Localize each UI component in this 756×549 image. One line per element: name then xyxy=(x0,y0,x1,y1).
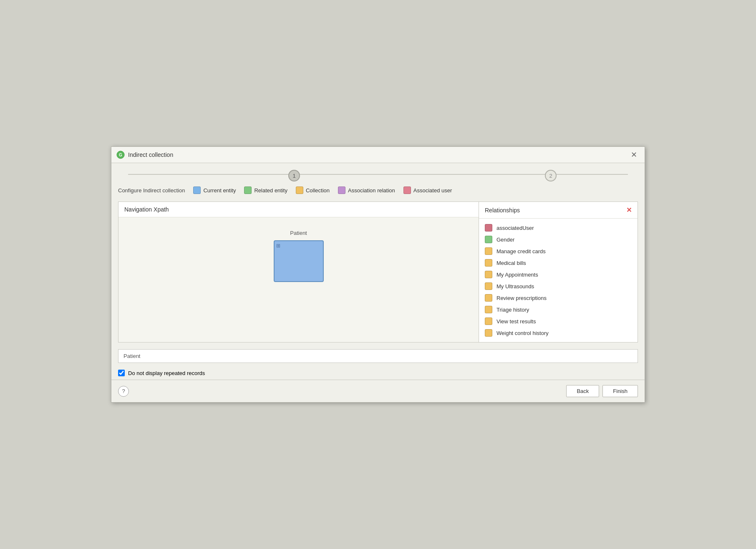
wizard-steps: 1 2 xyxy=(111,163,645,185)
rel-label-ReviewPrescriptions: Review prescriptions xyxy=(496,295,547,301)
dialog-title: Indirect collection xyxy=(128,151,173,158)
current-entity-box xyxy=(193,186,201,194)
rel-dot-MyUltrasounds xyxy=(485,282,492,290)
rel-item-MyAppointments[interactable]: My Appointments xyxy=(479,269,638,280)
app-logo-icon: G xyxy=(116,151,125,159)
legend-association-relation: Association relation xyxy=(338,186,395,194)
legend-collection: Collection xyxy=(296,186,330,194)
rel-item-associatedUser[interactable]: associatedUser xyxy=(479,222,638,234)
legend-associated-user: Associated user xyxy=(403,186,452,194)
rel-item-ManageCreditCards[interactable]: Manage credit cards xyxy=(479,245,638,257)
rel-label-MyAppointments: My Appointments xyxy=(496,272,538,278)
patient-box[interactable]: ⊞ xyxy=(274,240,324,282)
relationships-list[interactable]: associatedUserGenderManage credit cardsM… xyxy=(479,219,638,342)
close-button[interactable]: ✕ xyxy=(628,150,640,159)
main-content: Navigation Xpath Patient ⊞ Relationships… xyxy=(118,201,638,342)
rel-label-associatedUser: associatedUser xyxy=(496,225,534,231)
collection-label: Collection xyxy=(306,187,330,194)
rel-item-MedicalBills[interactable]: Medical bills xyxy=(479,257,638,269)
rel-item-Gender[interactable]: Gender xyxy=(479,234,638,245)
rel-dot-ReviewPrescriptions xyxy=(485,294,492,302)
grid-icon: ⊞ xyxy=(276,243,280,249)
association-label: Association relation xyxy=(348,187,395,194)
back-button[interactable]: Back xyxy=(566,385,599,397)
rel-label-MyUltrasounds: My Ultrasounds xyxy=(496,283,534,290)
step-2-circle: 2 xyxy=(545,170,557,181)
nav-xpath-header: Navigation Xpath xyxy=(118,202,479,217)
rel-dot-TriageHistory xyxy=(485,306,492,313)
rel-label-MedicalBills: Medical bills xyxy=(496,260,526,266)
rel-item-MyUltrasounds[interactable]: My Ultrasounds xyxy=(479,280,638,292)
rel-label-Gender: Gender xyxy=(496,237,514,243)
step-1-circle: 1 xyxy=(288,170,300,181)
legend-row: Configure Indirect collection Current en… xyxy=(111,185,645,198)
rel-dot-MedicalBills xyxy=(485,259,492,267)
no-repeat-checkbox[interactable] xyxy=(118,370,125,376)
footer: ? Back Finish xyxy=(111,380,645,402)
rel-label-ViewTestResults: View test results xyxy=(496,318,536,325)
nav-xpath-panel: Navigation Xpath Patient ⊞ xyxy=(118,202,479,342)
legend-current-entity: Current entity xyxy=(193,186,236,194)
rel-item-ViewTestResults[interactable]: View test results xyxy=(479,315,638,327)
rel-dot-associatedUser xyxy=(485,224,492,232)
indirect-collection-dialog: G Indirect collection ✕ 1 2 Configure In… xyxy=(111,146,645,403)
svg-text:G: G xyxy=(119,153,122,157)
nav-xpath-body: Patient ⊞ xyxy=(118,217,479,342)
configure-label: Configure Indirect collection xyxy=(118,187,185,194)
rel-item-TriageHistory[interactable]: Triage history xyxy=(479,304,638,315)
relationships-header: Relationships ✕ xyxy=(479,202,638,219)
rel-dot-WeightControlHistory xyxy=(485,329,492,337)
rel-dot-ManageCreditCards xyxy=(485,247,492,255)
no-repeat-label: Do not display repeated records xyxy=(128,370,205,376)
rel-dot-MyAppointments xyxy=(485,271,492,278)
related-entity-label: Related entity xyxy=(254,187,287,194)
collection-box xyxy=(296,186,303,194)
xpath-value: Patient xyxy=(123,353,140,359)
rel-label-ManageCreditCards: Manage credit cards xyxy=(496,248,546,254)
rel-dot-Gender xyxy=(485,236,492,243)
help-icon: ? xyxy=(122,388,125,394)
help-button[interactable]: ? xyxy=(118,386,129,397)
footer-buttons: Back Finish xyxy=(566,385,638,397)
patient-node-label: Patient xyxy=(290,230,307,236)
legend-related-entity: Related entity xyxy=(244,186,287,194)
relationships-panel: Relationships ✕ associatedUserGenderMana… xyxy=(479,202,638,342)
association-box xyxy=(338,186,345,194)
associated-user-label: Associated user xyxy=(413,187,452,194)
current-entity-label: Current entity xyxy=(203,187,236,194)
associated-user-box xyxy=(403,186,411,194)
rel-label-WeightControlHistory: Weight control history xyxy=(496,330,549,336)
checkbox-row: Do not display repeated records xyxy=(111,366,645,380)
related-entity-box xyxy=(244,186,252,194)
finish-button[interactable]: Finish xyxy=(602,385,638,397)
relationships-title: Relationships xyxy=(485,207,520,214)
title-bar: G Indirect collection ✕ xyxy=(111,147,645,163)
rel-item-ReviewPrescriptions[interactable]: Review prescriptions xyxy=(479,292,638,304)
relationships-close-button[interactable]: ✕ xyxy=(626,206,632,214)
xpath-display: Patient xyxy=(118,349,638,363)
title-bar-left: G Indirect collection xyxy=(116,151,173,159)
rel-dot-ViewTestResults xyxy=(485,317,492,325)
rel-item-WeightControlHistory[interactable]: Weight control history xyxy=(479,327,638,339)
rel-label-TriageHistory: Triage history xyxy=(496,307,529,313)
